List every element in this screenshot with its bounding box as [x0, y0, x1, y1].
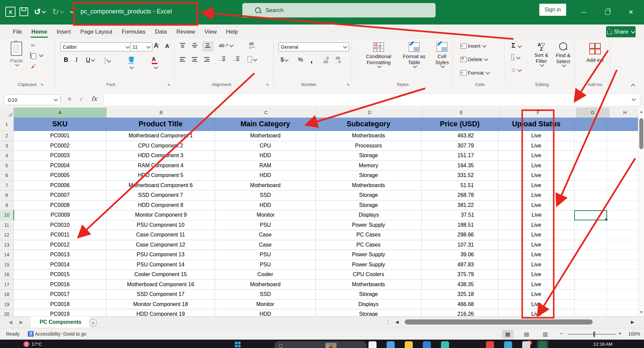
cell-A11[interactable]: PC0010: [14, 220, 106, 230]
cell-E18[interactable]: 325.18: [422, 290, 498, 300]
cell-A14[interactable]: PC0013: [14, 250, 106, 260]
cell-F11[interactable]: Live: [498, 220, 575, 230]
cell-G2[interactable]: [575, 131, 607, 141]
row-header-17[interactable]: 17: [0, 280, 14, 290]
row-header-3[interactable]: 3: [0, 141, 14, 151]
row-header-15[interactable]: 15: [0, 260, 14, 270]
cell-G6[interactable]: [575, 171, 607, 181]
cell-H17[interactable]: [607, 280, 638, 290]
cell-D7[interactable]: Motherboards: [316, 181, 422, 191]
taskbar-icon-file-explorer[interactable]: [405, 341, 413, 348]
cell-B8[interactable]: SSD Component 7: [106, 190, 215, 201]
italic-button[interactable]: I: [76, 56, 78, 63]
cell-D5[interactable]: Memory: [316, 161, 422, 171]
font-dialog-launcher-icon[interactable]: ⇘: [167, 82, 170, 87]
cell-D14[interactable]: Power Supply: [316, 250, 422, 260]
cell-B2[interactable]: Motherboard Component 1: [106, 131, 215, 141]
cell-G1[interactable]: [575, 118, 607, 131]
cell-A4[interactable]: PC0003: [14, 151, 106, 161]
taskbar-icon-mail-badged[interactable]: [522, 341, 530, 348]
cell-C16[interactable]: Cooler: [215, 270, 316, 280]
windows-start-icon[interactable]: [235, 342, 241, 347]
cell-F6[interactable]: Live: [498, 171, 575, 181]
cell-H10[interactable]: [607, 210, 638, 220]
cell-E11[interactable]: 188.51: [422, 220, 498, 230]
cell-E15[interactable]: 487.83: [422, 260, 498, 270]
tab-insert[interactable]: Insert: [52, 26, 76, 38]
cell-B7[interactable]: Motherboard Component 6: [106, 181, 215, 191]
cell-F18[interactable]: Live: [498, 290, 575, 300]
tab-home[interactable]: Home: [27, 26, 52, 38]
tab-bar-splitter[interactable]: ⋮: [385, 319, 390, 325]
taskbar-icon-app-white[interactable]: [368, 341, 377, 348]
cell-B20[interactable]: HDD Component 19: [106, 309, 215, 316]
sheet-tab-pc-components[interactable]: PC Components: [31, 316, 90, 329]
cell-B1[interactable]: Product Title: [106, 118, 215, 131]
cell-C15[interactable]: PSU: [215, 260, 316, 270]
cell-G3[interactable]: [575, 141, 607, 151]
cell-E13[interactable]: 107.31: [422, 240, 498, 250]
confirm-entry-icon[interactable]: ✓: [79, 96, 84, 103]
cancel-entry-icon[interactable]: ✕: [67, 96, 72, 103]
sign-in-button[interactable]: Sign in: [539, 4, 566, 16]
column-header-B[interactable]: B: [107, 107, 216, 118]
cell-F12[interactable]: Live: [498, 230, 575, 240]
row-header-12[interactable]: 12: [0, 230, 14, 240]
cell-D20[interactable]: Storage: [316, 309, 422, 316]
number-dialog-launcher-icon[interactable]: ⇘: [346, 82, 350, 87]
cell-D11[interactable]: Power Supply: [316, 220, 422, 230]
collapse-ribbon-chevron-icon[interactable]: [630, 82, 635, 88]
decrease-decimal-button[interactable]: .00→0: [335, 56, 341, 64]
tab-formulas[interactable]: Formulas: [117, 26, 150, 38]
row-header-16[interactable]: 16: [0, 270, 14, 280]
cell-C20[interactable]: HDD: [215, 309, 316, 316]
cell-D15[interactable]: Power Supply: [316, 260, 422, 270]
increase-font-size-button[interactable]: Aˆ: [154, 43, 160, 48]
cell-F3[interactable]: Live: [498, 141, 575, 151]
row-header-13[interactable]: 13: [0, 240, 14, 250]
add-ins-button[interactable]: Add-ins: [583, 43, 607, 63]
page-break-view-button[interactable]: ▥: [540, 330, 551, 338]
cell-G8[interactable]: [575, 190, 607, 201]
cell-B4[interactable]: HDD Component 3: [106, 151, 215, 161]
format-painter-button[interactable]: 🖌: [31, 63, 36, 69]
zoom-slider-thumb[interactable]: [593, 332, 595, 337]
cell-F15[interactable]: Live: [498, 260, 575, 270]
cell-F8[interactable]: Live: [498, 190, 575, 201]
quick-access-toolbar-chevron-icon[interactable]: [67, 6, 75, 17]
cell-B9[interactable]: HDD Component 8: [106, 201, 215, 211]
cell-C11[interactable]: PSU: [215, 220, 316, 230]
cell-G4[interactable]: [575, 151, 607, 161]
cell-A18[interactable]: PC0017: [14, 290, 106, 300]
cell-B10[interactable]: Monitor Component 9: [107, 210, 215, 220]
cell-A15[interactable]: PC0014: [14, 260, 106, 270]
row-header-7[interactable]: 7: [0, 181, 14, 191]
cell-A7[interactable]: PC0006: [14, 181, 106, 191]
cell-C19[interactable]: Monitor: [215, 300, 316, 310]
cell-E16[interactable]: 375.79: [422, 270, 498, 280]
new-sheet-button[interactable]: +: [89, 319, 97, 327]
tab-review[interactable]: Review: [171, 26, 200, 38]
cell-D6[interactable]: Storage: [316, 171, 422, 181]
cell-B17[interactable]: Motherboard Component 16: [106, 280, 215, 290]
cell-E9[interactable]: 381.22: [422, 201, 498, 211]
taskbar-clock[interactable]: 12:16 AM: [593, 342, 612, 347]
accessibility-status[interactable]: Accessibility: Good to go: [35, 331, 86, 337]
cell-F19[interactable]: Live: [498, 300, 575, 310]
top-align-button[interactable]: [180, 43, 186, 49]
accounting-format-button[interactable]: $: [281, 56, 288, 63]
cell-B11[interactable]: PSU Component 10: [106, 220, 215, 230]
cell-E1[interactable]: Price (USD): [422, 118, 498, 131]
format-cells-button[interactable]: Format: [460, 70, 489, 76]
cell-C6[interactable]: HDD: [215, 171, 316, 181]
cell-D10[interactable]: Displays: [316, 210, 422, 220]
sheet-nav-left-icon[interactable]: ◀: [9, 319, 12, 325]
cell-E8[interactable]: 268.78: [422, 190, 498, 201]
wrap-text-button[interactable]: abc↩: [249, 42, 255, 49]
taskbar-search[interactable]: [275, 341, 366, 348]
taskbar-icon-teal-app[interactable]: [441, 341, 449, 348]
cell-C3[interactable]: CPU: [215, 141, 316, 151]
name-box-splitter[interactable]: ⋮: [58, 95, 63, 102]
cell-G12[interactable]: [575, 230, 607, 240]
taskbar-icon-chrome[interactable]: [486, 341, 494, 348]
